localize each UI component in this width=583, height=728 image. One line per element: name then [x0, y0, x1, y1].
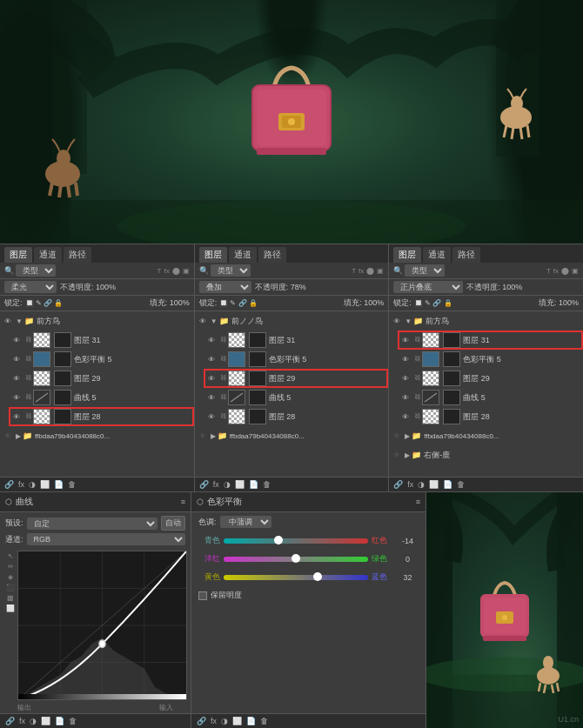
tab-channels-3[interactable]: 通道	[423, 247, 451, 263]
layer-group-3[interactable]: 👁 ▼ 📁 前方鸟	[389, 311, 583, 331]
new-icon-1[interactable]: 📄	[54, 480, 64, 489]
eye-2-curves5[interactable]: 👁	[206, 392, 217, 403]
curves-footer-link[interactable]: 🔗	[5, 717, 15, 725]
link-icon-3[interactable]: 🔗	[393, 480, 403, 489]
layer-item-3-cb5[interactable]: 👁 ⛓ 色彩平衡 5	[398, 350, 583, 369]
curves-expand[interactable]: ≡	[181, 498, 185, 506]
mask-icon-2[interactable]: ⬜	[235, 480, 245, 489]
layer-item-2-28[interactable]: 👁 ⛓ 图层 28	[204, 407, 389, 426]
mask-icon-3[interactable]: ⬜	[429, 480, 439, 489]
layer-item-3-29[interactable]: 👁 ⛓ 图层 29	[398, 369, 583, 388]
layer-item-1-ffb[interactable]: 👁 ▶ 📁 ffbdaa79b40434088c0...	[0, 426, 194, 445]
cb-footer-new[interactable]: 📄	[246, 717, 256, 725]
eye-2-31[interactable]: 👁	[206, 335, 217, 345]
tab-layers-2[interactable]: 图层	[199, 247, 227, 263]
curves-tool-pencil[interactable]: ✏	[8, 563, 14, 571]
handle-yellow-blue[interactable]	[313, 572, 322, 581]
blend-mode-3[interactable]: 正片叠底	[393, 281, 463, 293]
eye-2-29[interactable]: 👁	[206, 373, 217, 384]
type-selector-1[interactable]: 类型	[16, 264, 56, 277]
eye-2-ffb[interactable]: 👁	[198, 431, 208, 441]
layer-item-1-cb5[interactable]: 👁 ⛓ 色彩平衡 5	[9, 350, 194, 369]
tab-layers-3[interactable]: 图层	[393, 247, 421, 263]
layer-item-3-curves5[interactable]: 👁 ⛓ 曲线 5	[398, 388, 583, 407]
tab-channels-1[interactable]: 通道	[34, 247, 62, 263]
tab-channels-2[interactable]: 通道	[229, 247, 257, 263]
layer-item-2-cb5[interactable]: 👁 ⛓ 色彩平衡 5	[204, 350, 389, 369]
delete-icon-3[interactable]: 🗑	[457, 480, 465, 489]
link-icon-1[interactable]: 🔗	[4, 480, 14, 489]
curves-footer-mask[interactable]: ⬜	[41, 717, 50, 725]
eye-group-1[interactable]: 👁	[3, 316, 13, 326]
cb-footer-mask[interactable]: ⬜	[232, 717, 242, 725]
curves-footer-new[interactable]: 📄	[55, 717, 64, 725]
blend-mode-1[interactable]: 柔光	[4, 281, 57, 293]
eye-3-cb5[interactable]: 👁	[400, 354, 411, 364]
layer-item-2-curves5[interactable]: 👁 ⛓ 曲线 5	[204, 388, 389, 407]
eye-1-28[interactable]: 👁	[11, 411, 22, 422]
eye-3-28[interactable]: 👁	[400, 411, 411, 422]
eye-3-deer[interactable]: 👁	[392, 450, 402, 460]
channel-select[interactable]: RGB	[27, 533, 185, 545]
eye-2-cb5[interactable]: 👁	[206, 354, 217, 364]
tab-paths-1[interactable]: 路径	[64, 247, 91, 263]
curves-footer-fx[interactable]: fx	[19, 717, 25, 725]
eye-3-ffb[interactable]: 👁	[392, 431, 402, 441]
tab-layers-1[interactable]: 图层	[4, 247, 32, 263]
eye-1-cb5[interactable]: 👁	[11, 354, 22, 364]
eye-1-curves5[interactable]: 👁	[11, 392, 22, 403]
layer-item-3-ffb[interactable]: 👁 ▶ 📁 ffbdaa79b40434088c0...	[389, 426, 583, 445]
preset-select[interactable]: 自定	[27, 518, 157, 530]
cb-footer-adj[interactable]: ◑	[221, 717, 228, 725]
eye-group-2[interactable]: 👁	[198, 316, 208, 326]
layer-item-3-deer[interactable]: 👁 ▶ 📁 右侧-鹿	[389, 445, 583, 464]
cb-footer-link[interactable]: 🔗	[197, 717, 206, 725]
curves-tool-pointer[interactable]: ↖	[8, 552, 14, 560]
layer-item-2-ffb[interactable]: 👁 ▶ 📁 ffbdaa79b40434088c0...	[195, 426, 389, 445]
eye-3-29[interactable]: 👁	[400, 373, 411, 384]
eye-2-28[interactable]: 👁	[206, 411, 217, 422]
fx-icon-2[interactable]: fx	[213, 480, 219, 489]
new-icon-3[interactable]: 📄	[443, 480, 452, 489]
auto-button[interactable]: 自动	[161, 516, 185, 531]
handle-cyan-red[interactable]	[274, 536, 283, 544]
layer-item-3-28[interactable]: 👁 ⛓ 图层 28	[398, 407, 583, 426]
track-magenta-green[interactable]	[224, 557, 368, 562]
layer-item-1-31[interactable]: 👁 ⛓ 图层 31	[9, 331, 194, 350]
blend-mode-2[interactable]: 叠加	[199, 281, 251, 293]
handle-magenta-green[interactable]	[292, 554, 300, 563]
link-icon-2[interactable]: 🔗	[199, 480, 209, 489]
curves-footer-del[interactable]: 🗑	[69, 717, 77, 725]
new-icon-2[interactable]: 📄	[249, 480, 258, 489]
curves-footer-adj[interactable]: ◑	[30, 717, 37, 725]
eye-3-31[interactable]: 👁	[400, 335, 411, 345]
tone-select[interactable]: 中蒲调	[220, 516, 271, 528]
adjust-icon-1[interactable]: ◑	[29, 480, 36, 489]
curves-tool-sample[interactable]: ◈	[8, 573, 13, 581]
eye-group-3[interactable]: 👁	[392, 316, 402, 326]
layer-item-2-29[interactable]: 👁 ⛓ 图层 29	[204, 369, 389, 388]
type-selector-3[interactable]: 类型	[405, 264, 445, 277]
layer-item-3-31[interactable]: 👁 ⛓ 图层 31	[398, 331, 583, 350]
tab-paths-3[interactable]: 路径	[452, 247, 480, 263]
tab-paths-2[interactable]: 路径	[258, 247, 286, 263]
fx-icon-3[interactable]: fx	[407, 480, 413, 489]
type-selector-2[interactable]: 类型	[211, 264, 251, 277]
eye-1-29[interactable]: 👁	[11, 373, 22, 384]
curves-tool-gray[interactable]: ▩	[7, 594, 14, 602]
eye-1-ffb[interactable]: 👁	[3, 431, 13, 441]
layer-item-1-curves5[interactable]: 👁 ⛓ 曲线 5	[9, 388, 194, 407]
cb-footer-fx[interactable]: fx	[211, 717, 217, 725]
layer-item-2-31[interactable]: 👁 ⛓ 图层 31	[204, 331, 389, 350]
fx-icon-1[interactable]: fx	[18, 480, 24, 489]
cb-expand[interactable]: ≡	[416, 498, 420, 506]
preserve-checkbox[interactable]	[198, 591, 207, 600]
mask-icon-1[interactable]: ⬜	[40, 480, 50, 489]
adjust-icon-2[interactable]: ◑	[224, 480, 231, 489]
delete-icon-1[interactable]: 🗑	[68, 480, 76, 489]
track-cyan-red[interactable]	[224, 538, 368, 544]
layer-item-1-28[interactable]: 👁 ⛓ 图层 28	[9, 407, 194, 426]
layer-group-1[interactable]: 👁 ▼ 📁 前方鸟	[0, 311, 194, 331]
eye-1-31[interactable]: 👁	[11, 335, 22, 345]
curves-tool-light[interactable]: ⬜	[6, 604, 15, 612]
